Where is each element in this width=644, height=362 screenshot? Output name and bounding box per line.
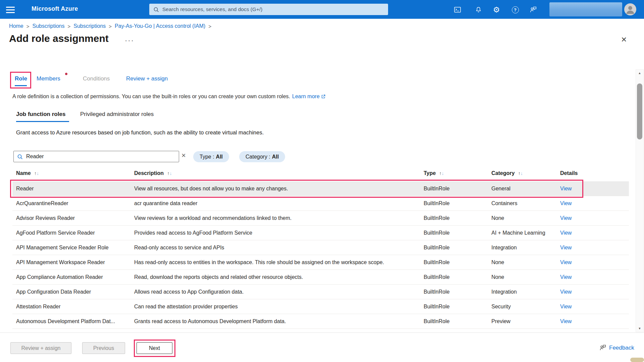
cell-category: Security xyxy=(488,304,556,310)
feedback-person-icon[interactable] xyxy=(529,5,538,14)
column-header-name[interactable]: Name ↑↓ xyxy=(12,170,130,176)
cloud-shell-icon[interactable] xyxy=(453,5,462,14)
role-intro: A role definition is a collection of per… xyxy=(12,94,326,100)
more-options-icon[interactable]: ··· xyxy=(125,36,134,45)
cell-category: General xyxy=(488,186,556,192)
breadcrumb-home[interactable]: Home xyxy=(9,23,23,29)
next-button[interactable]: Next xyxy=(137,342,172,354)
table-row[interactable]: Attestation Reader Can read the attestat… xyxy=(12,299,629,314)
tab-members[interactable]: Members xyxy=(37,75,60,82)
cell-type: BuiltInRole xyxy=(420,289,488,295)
chevron-right-icon: > xyxy=(109,23,112,29)
tab-job-function-roles[interactable]: Job function roles xyxy=(16,111,65,118)
cell-category: AI + Machine Learning xyxy=(488,230,556,236)
cell-category: Integration xyxy=(488,289,556,295)
table-row[interactable]: Autonomous Development Platform Dat... G… xyxy=(12,314,629,329)
table-row[interactable]: App Compliance Automation Reader Read, d… xyxy=(12,270,629,285)
table-row[interactable]: API Management Workspace Reader Has read… xyxy=(12,255,629,270)
cell-category: Containers xyxy=(488,200,556,206)
view-details-link[interactable]: View xyxy=(560,200,572,206)
breadcrumb: Home > Subscriptions > Subscriptions > P… xyxy=(9,23,211,29)
table-header: Name ↑↓ Description ↑↓ Type ↑↓ Category … xyxy=(12,168,629,178)
table-row-reader[interactable]: Reader View all resources, but does not … xyxy=(12,181,629,196)
cell-description: View all resources, but does not allow y… xyxy=(130,186,420,192)
cell-description: View reviews for a workload and recommen… xyxy=(130,215,420,221)
scroll-up-icon[interactable]: ▲ xyxy=(636,71,643,75)
job-function-caption: Grant access to Azure resources based on… xyxy=(16,129,264,136)
help-icon[interactable]: ? xyxy=(511,5,520,14)
table-row[interactable]: AgFood Platform Service Reader Provides … xyxy=(12,226,629,240)
vertical-scrollbar[interactable]: ▲ ▼ xyxy=(636,69,644,332)
cell-type: BuiltInRole xyxy=(420,259,488,265)
search-icon xyxy=(153,7,159,12)
tab-privileged-administrator-roles[interactable]: Privileged administrator roles xyxy=(80,111,154,118)
brand-title[interactable]: Microsoft Azure xyxy=(32,5,78,12)
table-row[interactable]: API Management Service Reader Role Read-… xyxy=(12,240,629,255)
cell-type: BuiltInRole xyxy=(420,318,488,324)
cell-name: AcrQuarantineReader xyxy=(12,200,130,206)
topbar-search[interactable] xyxy=(149,4,388,15)
previous-button[interactable]: Previous xyxy=(82,342,125,354)
sort-icons: ↑↓ xyxy=(167,171,172,176)
notifications-bell-icon[interactable] xyxy=(474,5,483,14)
view-details-link[interactable]: View xyxy=(560,318,572,324)
filter-pill-type[interactable]: Type : All xyxy=(193,151,229,162)
view-details-link[interactable]: View xyxy=(560,245,572,250)
chevron-right-icon: > xyxy=(68,23,71,29)
view-details-link[interactable]: View xyxy=(560,186,572,191)
cell-type: BuiltInRole xyxy=(420,245,488,251)
cell-description: Allows read access to App Configuration … xyxy=(130,289,420,295)
table-row[interactable]: App Configuration Data Reader Allows rea… xyxy=(12,285,629,299)
cell-category: None xyxy=(488,215,556,221)
view-details-link[interactable]: View xyxy=(560,215,572,221)
view-details-link[interactable]: View xyxy=(560,259,572,265)
cell-category: None xyxy=(488,274,556,280)
avatar[interactable] xyxy=(624,3,636,15)
breadcrumb-subscriptions-1[interactable]: Subscriptions xyxy=(32,23,64,29)
scroll-down-icon[interactable]: ▼ xyxy=(636,327,643,330)
review-assign-button[interactable]: Review + assign xyxy=(10,342,71,354)
filter-category-label: Category : xyxy=(246,154,270,160)
cell-name: API Management Workspace Reader xyxy=(12,259,130,265)
scrollbar-thumb[interactable] xyxy=(637,83,642,139)
learn-more-link[interactable]: Learn more xyxy=(292,94,326,100)
cell-name: App Compliance Automation Reader xyxy=(12,274,130,280)
role-search-box[interactable] xyxy=(13,151,179,162)
table-row[interactable]: Advisor Reviews Reader View reviews for … xyxy=(12,211,629,226)
cell-type: BuiltInRole xyxy=(420,215,488,221)
footer-divider xyxy=(0,333,644,333)
view-details-link[interactable]: View xyxy=(560,304,572,309)
cell-name: Attestation Reader xyxy=(12,304,130,310)
breadcrumb-subscriptions-2[interactable]: Subscriptions xyxy=(73,23,106,29)
feedback-person-icon xyxy=(599,344,607,352)
close-icon[interactable]: × xyxy=(621,35,627,44)
tab-role[interactable]: Role xyxy=(15,75,27,82)
cell-description: Has read-only access to entities in the … xyxy=(130,259,420,265)
cell-name: AgFood Platform Service Reader xyxy=(12,230,130,236)
tab-role-active-underline xyxy=(15,85,27,86)
filter-pill-category[interactable]: Category : All xyxy=(239,151,285,162)
column-header-description[interactable]: Description ↑↓ xyxy=(130,170,420,176)
column-header-type[interactable]: Type ↑↓ xyxy=(420,170,488,176)
clear-search-icon[interactable]: × xyxy=(181,151,186,160)
cell-description: Read, download the reports objects and r… xyxy=(130,274,420,280)
cell-description: Read-only access to service and APIs xyxy=(130,245,420,251)
topbar-search-input[interactable] xyxy=(162,6,384,12)
view-details-link[interactable]: View xyxy=(560,274,572,280)
tab-review-assign[interactable]: Review + assign xyxy=(126,75,168,82)
view-details-link[interactable]: View xyxy=(560,289,572,295)
column-header-category[interactable]: Category ↑↓ xyxy=(488,170,556,176)
role-search-input[interactable] xyxy=(26,154,175,160)
filter-category-value: All xyxy=(272,154,279,160)
table-row[interactable]: AcrQuarantineReader acr quarantine data … xyxy=(12,196,629,211)
feedback-link[interactable]: Feedback xyxy=(599,344,634,352)
settings-gear-icon[interactable]: ⚙ xyxy=(492,5,501,14)
bottom-right-artifact xyxy=(630,358,644,362)
external-link-icon xyxy=(321,94,326,99)
cell-name: Advisor Reviews Reader xyxy=(12,215,130,221)
sort-icons: ↑↓ xyxy=(439,171,444,176)
hamburger-menu-icon[interactable] xyxy=(5,5,15,14)
breadcrumb-pay-as-you-go[interactable]: Pay-As-You-Go | Access control (IAM) xyxy=(115,23,205,29)
view-details-link[interactable]: View xyxy=(560,230,572,236)
role-intro-text: A role definition is a collection of per… xyxy=(12,94,290,100)
